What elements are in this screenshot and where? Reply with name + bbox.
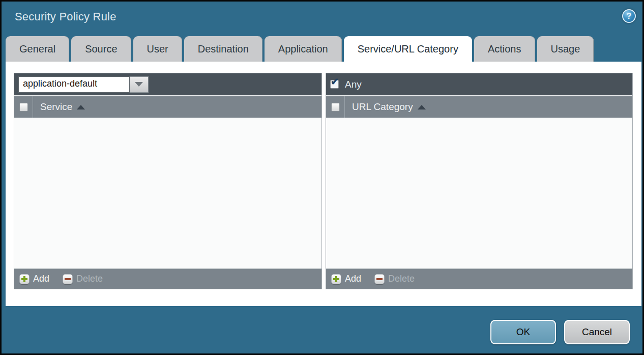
service-type-select: application-default (18, 76, 149, 93)
url-category-column-header[interactable]: URL Category (345, 96, 426, 118)
tab-destination[interactable]: Destination (184, 36, 262, 62)
add-service-button[interactable]: Add (19, 274, 49, 284)
ok-button[interactable]: OK (490, 320, 556, 344)
tab-actions[interactable]: Actions (474, 36, 535, 62)
delete-service-button[interactable]: Delete (63, 274, 103, 284)
delete-icon (374, 274, 385, 284)
url-category-list[interactable] (326, 118, 632, 268)
tab-usage[interactable]: Usage (537, 36, 594, 62)
tab-application[interactable]: Application (265, 36, 342, 62)
delete-service-label: Delete (76, 274, 103, 284)
url-category-table-header: URL Category (326, 95, 632, 118)
help-icon[interactable]: ? (622, 9, 636, 23)
add-icon (331, 274, 341, 284)
cancel-button[interactable]: Cancel (564, 320, 630, 344)
add-icon (19, 274, 30, 284)
url-category-select-all-cell (326, 96, 345, 118)
tab-content-area: application-default Service (6, 62, 641, 306)
service-select-all-cell (14, 96, 33, 118)
checkmark-icon: ✔ (331, 77, 339, 87)
url-category-toolbar: ✔ Any (326, 73, 632, 95)
add-url-category-button[interactable]: Add (331, 274, 361, 284)
service-list[interactable] (14, 118, 321, 268)
dialog-title: Security Policy Rule (15, 10, 116, 23)
service-column-label: Service (40, 101, 72, 113)
url-category-footer: Add Delete (326, 268, 632, 289)
url-category-panel: ✔ Any URL Category Add (326, 73, 633, 289)
chevron-down-icon (135, 82, 143, 87)
security-policy-rule-dialog: Security Policy Rule ? General Source Us… (0, 0, 644, 355)
service-table-header: Service (14, 95, 321, 118)
tab-bar: General Source User Destination Applicat… (6, 36, 594, 62)
add-service-label: Add (33, 274, 49, 284)
tab-user[interactable]: User (133, 36, 182, 62)
sort-ascending-icon (418, 105, 426, 110)
tab-service-url-category[interactable]: Service/URL Category (344, 36, 472, 64)
delete-url-category-label: Delete (388, 274, 415, 284)
delete-icon (63, 274, 73, 284)
sort-ascending-icon (77, 105, 85, 110)
delete-url-category-button[interactable]: Delete (374, 274, 415, 284)
any-label: Any (345, 79, 362, 90)
url-category-select-all-checkbox[interactable] (331, 103, 340, 112)
service-type-select-value[interactable]: application-default (18, 76, 130, 93)
service-column-header[interactable]: Service (33, 96, 85, 118)
any-checkbox[interactable]: ✔ (330, 80, 339, 89)
url-category-column-label: URL Category (352, 101, 413, 113)
service-toolbar: application-default (14, 73, 321, 95)
tab-general[interactable]: General (6, 36, 69, 62)
service-panel: application-default Service (14, 73, 322, 289)
service-select-all-checkbox[interactable] (19, 103, 28, 112)
add-url-category-label: Add (345, 274, 361, 284)
tab-source[interactable]: Source (71, 36, 131, 62)
service-type-select-arrow-button[interactable] (130, 76, 149, 93)
service-footer: Add Delete (14, 268, 321, 289)
